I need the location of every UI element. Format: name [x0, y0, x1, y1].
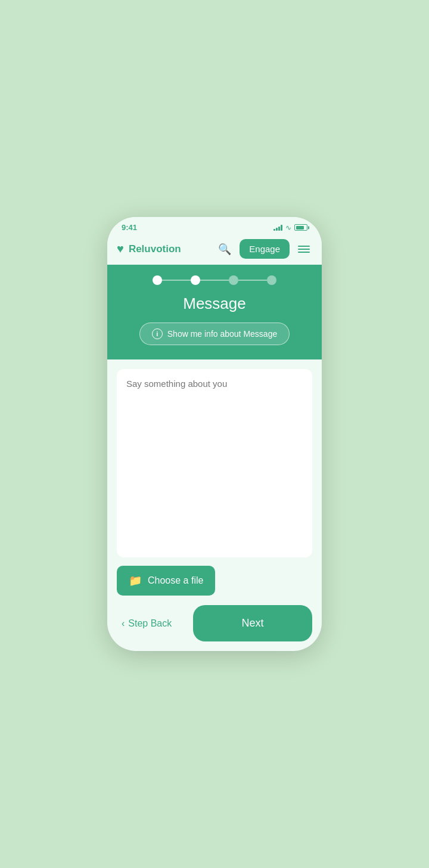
- choose-file-label: Choose a file: [148, 575, 203, 586]
- menu-button[interactable]: [296, 243, 312, 255]
- main-content: 📁 Choose a file: [107, 359, 322, 605]
- message-textarea[interactable]: [117, 369, 312, 557]
- info-button[interactable]: i Show me info about Message: [139, 323, 290, 345]
- step-line-1: [162, 280, 191, 281]
- step-dot-4: [267, 275, 276, 285]
- step-dot-2: [191, 275, 200, 285]
- page-title: Message: [183, 294, 246, 313]
- steps-indicator: [153, 275, 276, 285]
- search-button[interactable]: 🔍: [216, 240, 234, 258]
- choose-file-button[interactable]: 📁 Choose a file: [117, 566, 215, 596]
- battery-icon: [294, 224, 307, 231]
- navbar: ♥ Reluvotion 🔍 Engage: [107, 234, 322, 265]
- status-bar: 9:41 ∿: [107, 217, 322, 234]
- brand-name: Reluvotion: [129, 243, 181, 255]
- status-icons: ∿: [273, 224, 307, 232]
- step-line-3: [238, 280, 267, 281]
- bottom-nav: ‹ Step Back Next: [107, 605, 322, 651]
- menu-line: [298, 249, 310, 250]
- engage-button[interactable]: Engage: [240, 239, 290, 259]
- search-icon: 🔍: [218, 243, 231, 255]
- step-back-label: Step Back: [128, 618, 172, 629]
- info-button-label: Show me info about Message: [167, 329, 277, 339]
- next-button[interactable]: Next: [193, 605, 312, 641]
- step-dot-1: [153, 275, 162, 285]
- step-line-2: [200, 280, 229, 281]
- status-time: 9:41: [122, 223, 137, 232]
- phone-frame: 9:41 ∿ ♥ Reluvotion 🔍 Engage: [107, 217, 322, 651]
- menu-line: [298, 252, 310, 253]
- progress-section: Message i Show me info about Message: [107, 265, 322, 359]
- nav-right: 🔍 Engage: [216, 239, 312, 259]
- menu-line: [298, 246, 310, 247]
- brand: ♥ Reluvotion: [117, 242, 181, 256]
- signal-bars-icon: [273, 225, 282, 231]
- chevron-left-icon: ‹: [122, 618, 125, 629]
- info-icon: i: [152, 328, 163, 339]
- step-back-button[interactable]: ‹ Step Back: [117, 613, 176, 634]
- folder-icon: 📁: [129, 574, 142, 587]
- step-dot-3: [229, 275, 238, 285]
- wifi-icon: ∿: [285, 224, 291, 232]
- heart-icon: ♥: [117, 242, 124, 256]
